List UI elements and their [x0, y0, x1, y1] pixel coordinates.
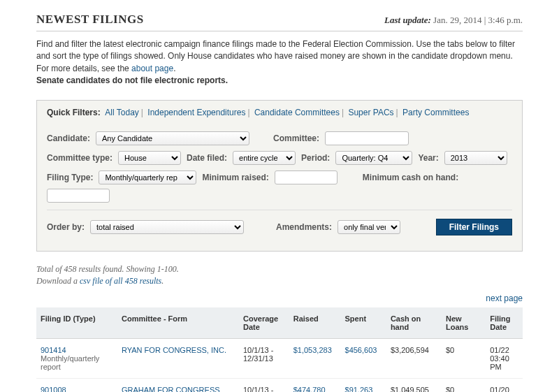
order-select[interactable]: total raised [90, 220, 244, 234]
page-title: NEWEST FILINGS [36, 13, 144, 27]
filter-button[interactable]: Filter Filings [436, 219, 512, 235]
quick-party[interactable]: Party Committees [402, 108, 469, 117]
min-cash-input[interactable] [47, 189, 110, 203]
results-total: Total of 458 results found. Showing 1-10… [36, 264, 523, 275]
raised-link[interactable]: $1,053,283 [293, 346, 332, 354]
last-update-value: Jan. 29, 2014 | 3:46 p.m. [433, 15, 523, 25]
coverage-cell: 10/1/13 - 12/31/13 [239, 378, 289, 392]
filing-date-cell: 01/20 03:23 PM [486, 378, 523, 392]
year-label: Year: [418, 153, 438, 163]
date-filed-select[interactable]: entire cycle [233, 151, 296, 165]
committee-type-select[interactable]: House [118, 151, 181, 165]
filing-type-text: Monthly/quarterly report [41, 354, 99, 371]
committee-link[interactable]: RYAN FOR CONGRESS, INC. [122, 346, 226, 354]
intro-part1: Find and filter the latest electronic ca… [36, 39, 515, 73]
table-row: 901008Monthly/quarterly reportGRAHAM FOR… [36, 378, 523, 392]
th-loans: New Loans [442, 307, 486, 339]
last-update-label: Last update: [384, 15, 431, 25]
results-download: Download a csv file of all 458 results. [36, 276, 523, 286]
about-link[interactable]: about page [131, 64, 173, 73]
committee-input[interactable] [325, 131, 409, 145]
th-filing-id: Filing ID (Type) [36, 307, 117, 339]
amend-select[interactable]: only final ver [337, 220, 400, 234]
coverage-cell: 10/1/13 - 12/31/13 [239, 338, 289, 378]
candidate-select[interactable]: Any Candidate [96, 131, 249, 145]
quick-filters-label: Quick Filters: [47, 108, 101, 117]
committee-label: Committee: [273, 133, 319, 143]
cash-cell: $3,206,594 [386, 338, 442, 378]
loans-cell: $0 [442, 338, 486, 378]
next-page-link[interactable]: next page [486, 293, 523, 303]
th-spent: Spent [341, 307, 386, 339]
table-row: 901414Monthly/quarterly reportRYAN FOR C… [36, 338, 523, 378]
quick-filters: Quick Filters: All Today| Independent Ex… [47, 108, 512, 123]
period-select[interactable]: Quarterly: Q4 [335, 151, 412, 165]
quick-all-today[interactable]: All Today [105, 108, 138, 117]
year-select[interactable]: 2013 [444, 151, 507, 165]
th-cash: Cash on hand [386, 307, 442, 339]
filing-id-link[interactable]: 901414 [41, 346, 66, 354]
filing-id-link[interactable]: 901008 [41, 386, 66, 392]
intro-part2: . [173, 64, 175, 73]
last-update: Last update: Jan. 29, 2014 | 3:46 p.m. [384, 15, 523, 26]
filing-date-cell: 01/22 03:40 PM [486, 338, 523, 378]
candidate-label: Candidate: [47, 133, 90, 143]
date-filed-label: Date filed: [187, 153, 227, 163]
csv-link[interactable]: csv file of all 458 results [80, 276, 161, 286]
min-raised-label: Minimum raised: [202, 173, 268, 182]
filter-box: Quick Filters: All Today| Independent Ex… [36, 100, 523, 252]
spent-link[interactable]: $456,603 [345, 346, 377, 354]
results-table: Filing ID (Type) Committee - Form Covera… [36, 307, 523, 392]
period-label: Period: [301, 153, 330, 163]
th-committee: Committee - Form [117, 307, 239, 339]
th-coverage: Coverage Date [239, 307, 289, 339]
th-filing-date: Filing Date [486, 307, 523, 339]
cash-cell: $1,049,505 [386, 378, 442, 392]
amend-label: Amendments: [276, 222, 332, 232]
committee-type-label: Committee type: [47, 153, 112, 163]
quick-ie[interactable]: Independent Expenditures [147, 108, 245, 117]
filing-type-select[interactable]: Monthly/quarterly rep [99, 170, 196, 184]
spent-link[interactable]: $91,263 [345, 386, 373, 392]
intro-text: Find and filter the latest electronic ca… [36, 38, 523, 87]
filing-type-label: Filing Type: [47, 173, 93, 182]
quick-candidate[interactable]: Candidate Committees [254, 108, 340, 117]
loans-cell: $0 [442, 378, 486, 392]
intro-bold: Senate candidates do not file electronic… [36, 75, 228, 85]
min-raised-input[interactable] [275, 170, 337, 184]
divider [47, 210, 512, 210]
raised-link[interactable]: $474,780 [293, 386, 326, 392]
min-cash-label: Minimum cash on hand: [363, 173, 458, 182]
th-raised: Raised [289, 307, 341, 339]
committee-link[interactable]: GRAHAM FOR CONGRESS [122, 386, 220, 392]
quick-superpacs[interactable]: Super PACs [348, 108, 393, 117]
order-label: Order by: [47, 222, 85, 232]
